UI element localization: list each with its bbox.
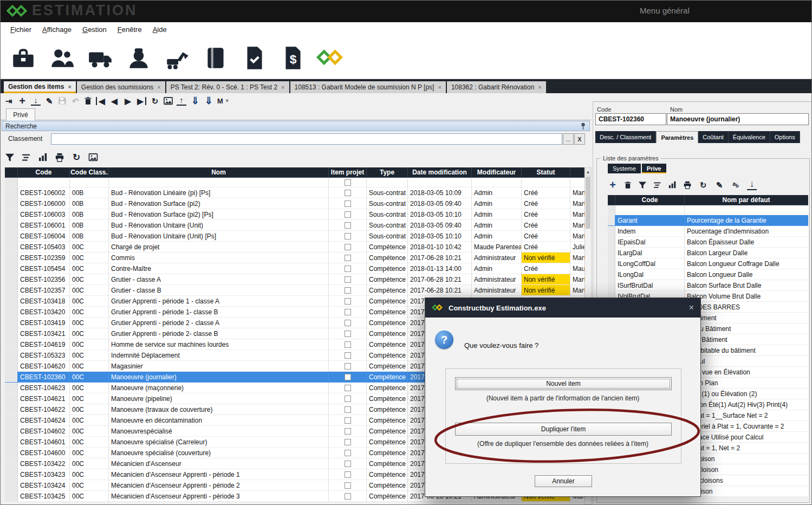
header-cell[interactable]: Nom par défaut (685, 195, 808, 205)
annuler-button[interactable]: Annuler (535, 475, 592, 487)
row-selector[interactable] (608, 280, 615, 291)
table-row[interactable]: CBEST-10600200BBud - Rénovation Linéaire… (5, 187, 584, 198)
dupliquer-item-button[interactable]: Dupliquer l'item (455, 423, 672, 436)
add-icon[interactable]: + (17, 95, 27, 106)
delete-icon[interactable] (84, 96, 92, 105)
menu-item-aide[interactable]: Aide (147, 24, 172, 35)
row-selector[interactable] (5, 328, 18, 339)
table-row[interactable]: CBEST-10235900CCommisCompétence2017-06-2… (5, 252, 584, 263)
constructbuy-button[interactable] (316, 42, 346, 74)
print-icon[interactable] (683, 181, 692, 189)
filter-cell[interactable] (109, 178, 329, 187)
filter-cell[interactable] (685, 205, 808, 215)
detail-tab-desc-classement[interactable]: Desc. / Classement (595, 131, 656, 143)
document-tab-2[interactable]: PS Test 2: Rév. 0 - Scé. 1 : PS Test 2× (166, 81, 289, 93)
table-row[interactable]: CBEST-10600000BBud - Rénovation Surface … (5, 198, 584, 209)
edit-icon[interactable]: ✎ (714, 181, 724, 189)
row-selector[interactable] (5, 339, 18, 350)
checkbox[interactable] (345, 374, 351, 380)
save-icon[interactable] (58, 96, 67, 105)
param-row[interactable]: ILongDalBalcon Longueur Dalle (608, 269, 808, 280)
filter-cell[interactable] (70, 178, 109, 187)
nav-last-icon[interactable]: ▶ (137, 97, 146, 105)
filter-cell[interactable] (615, 205, 685, 215)
row-selector[interactable] (608, 237, 615, 248)
filter-icon[interactable] (638, 181, 647, 189)
row-selector[interactable] (5, 458, 18, 469)
row-selector[interactable] (5, 318, 18, 328)
chart-icon[interactable] (38, 153, 48, 161)
catalog-button[interactable] (200, 42, 231, 74)
refresh-icon[interactable]: ↻ (72, 153, 81, 162)
param-row[interactable]: IndemPoucentage d'Indemnisation (608, 226, 808, 237)
image-icon[interactable] (164, 97, 173, 105)
param-row[interactable]: ILongCoffDalBalcon Longueur Coffrage Dal… (608, 258, 808, 269)
tab-close-icon[interactable]: × (157, 84, 160, 90)
checkbox[interactable] (345, 493, 351, 500)
replace-icon[interactable]: ab (731, 181, 740, 189)
classement-input[interactable] (51, 133, 562, 145)
checkbox[interactable] (345, 179, 351, 186)
search-panel-header[interactable]: Recherche (2, 121, 590, 131)
menu-general-button[interactable]: Menu général (640, 6, 690, 15)
refresh-icon[interactable]: ↻ (698, 181, 708, 189)
excavator-button[interactable] (162, 42, 192, 74)
row-selector[interactable] (5, 437, 18, 448)
checkbox[interactable] (345, 211, 351, 218)
param-row[interactable]: ISurfBrutDalBalcon Surface Brut Dalle (608, 280, 808, 291)
delete-icon[interactable] (624, 181, 632, 189)
table-row[interactable]: CBEST-10600100BBud - Rénovation Unitaire… (5, 220, 584, 231)
nav-next-icon[interactable]: ▶ (123, 97, 133, 105)
document-tab-0[interactable]: Gestion des items× (4, 81, 76, 93)
menu-item-fenetre[interactable]: Fenêtre (112, 24, 147, 35)
checkbox[interactable] (345, 341, 351, 348)
header-cell[interactable]: Statut (522, 167, 570, 178)
export-icon[interactable]: ↓ (747, 179, 757, 190)
chart-icon[interactable] (668, 181, 677, 189)
row-selector[interactable] (5, 220, 18, 231)
nom-field[interactable]: Manoeuvre (journalier) (667, 113, 809, 125)
document-dollar-button[interactable]: $ (277, 42, 308, 74)
import-icon[interactable]: ↓ (31, 96, 41, 106)
classement-clear-button[interactable]: X (574, 133, 585, 145)
print-icon[interactable] (55, 153, 64, 162)
image-icon[interactable] (88, 153, 98, 161)
checkbox[interactable] (345, 244, 351, 250)
add-icon[interactable]: + (608, 179, 618, 190)
checkbox[interactable] (345, 320, 351, 326)
row-selector[interactable] (5, 296, 18, 307)
row-selector[interactable] (5, 415, 18, 426)
checkbox[interactable] (345, 287, 351, 294)
param-row[interactable]: IEpaisDalBalcon Épaisseur Dalle (608, 237, 808, 248)
checkbox[interactable] (345, 428, 351, 435)
undo-icon[interactable]: ↶ (70, 97, 80, 105)
filter-cell[interactable] (408, 178, 472, 187)
filter-icon[interactable] (5, 153, 15, 162)
tab-close-icon[interactable]: × (281, 84, 284, 90)
row-selector[interactable] (5, 448, 18, 458)
table-row[interactable]: CBEST-10600300BBud - Rénovation Surface … (5, 209, 584, 220)
row-selector[interactable] (5, 383, 18, 393)
checkbox[interactable] (345, 255, 351, 261)
refresh-icon[interactable]: ↻ (150, 97, 160, 105)
checkbox[interactable] (345, 406, 351, 413)
row-selector[interactable] (5, 198, 18, 209)
detail-tab-options[interactable]: Options (770, 131, 800, 143)
menu-item-gestion[interactable]: Gestion (77, 24, 112, 35)
detail-tab-equivalence[interactable]: Équivalence (729, 131, 770, 143)
filter-cell[interactable] (18, 178, 70, 187)
dialog-close-icon[interactable]: × (689, 303, 694, 313)
truck-button[interactable] (85, 42, 115, 74)
m-dropdown[interactable]: M▼ (217, 97, 230, 105)
tab-prive[interactable]: Privé (6, 108, 35, 120)
row-selector[interactable] (5, 426, 18, 437)
row-selector[interactable] (5, 393, 18, 404)
row-selector[interactable] (5, 285, 18, 296)
document-tab-4[interactable]: 108362 : Gabarit Rénovation× (447, 81, 546, 93)
detail-tab-parametres[interactable]: Paramètres (656, 131, 698, 143)
header-cell[interactable]: Code (615, 195, 685, 205)
header-cell[interactable]: Nom (109, 167, 329, 178)
header-cell[interactable]: Type (367, 167, 408, 178)
header-cell[interactable] (570, 167, 584, 178)
nav-prev-icon[interactable]: ◀ (109, 97, 119, 105)
